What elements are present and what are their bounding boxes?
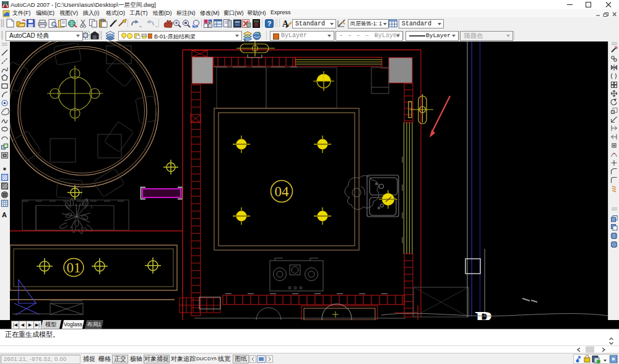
svg-text:01: 01	[67, 260, 81, 275]
svg-text:B: B	[475, 305, 493, 320]
svg-text:04: 04	[275, 184, 290, 199]
svg-text:A: A	[2, 211, 7, 219]
svg-text:?: ?	[267, 20, 272, 27]
svg-text:A: A	[282, 19, 289, 28]
